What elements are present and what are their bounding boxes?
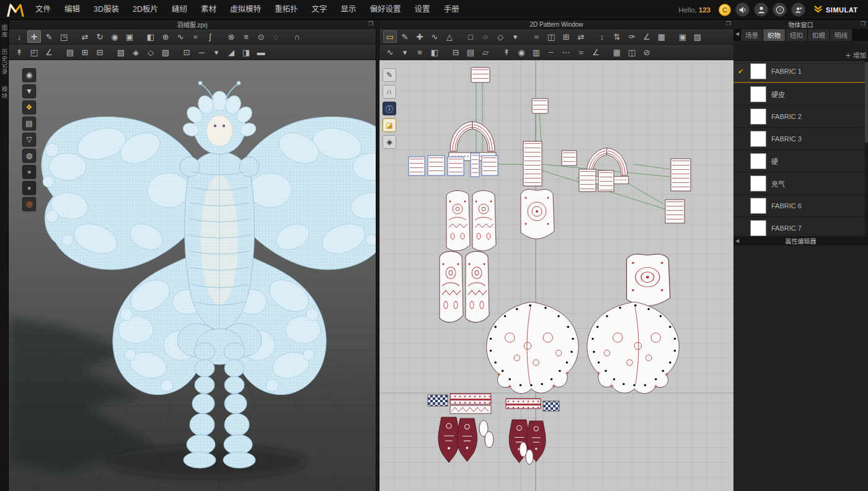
tape-attach-icon[interactable]: ▤ [63, 46, 77, 58]
add-fabric-button[interactable]: ＋ 增加 [733, 50, 868, 61]
scrollbar-thumb[interactable] [865, 62, 868, 143]
undock-icon[interactable]: ❐ [861, 20, 866, 27]
fabric-swatch[interactable] [750, 153, 766, 169]
transform-pattern-icon[interactable]: ▭ [383, 30, 397, 43]
bonding-icon[interactable]: ⊟ [449, 46, 463, 58]
simulate-button[interactable]: SIMULAT [813, 4, 868, 15]
curve-edit-icon[interactable]: ∿ [428, 30, 441, 43]
account-icon[interactable] [754, 2, 768, 17]
tab-button[interactable]: 纽扣 [786, 29, 807, 41]
solidify-icon[interactable]: ▧ [114, 46, 128, 58]
show-3d-pattern-icon[interactable]: ▣ [676, 30, 689, 43]
flip-icon[interactable]: ⇄ [78, 30, 92, 43]
grainline-icon[interactable]: ↕ [595, 30, 609, 43]
edit-sewing-icon[interactable]: ∿ [174, 30, 187, 43]
menu-item[interactable]: 缝纫 [165, 0, 194, 19]
steam-tool-icon[interactable]: ≡ [413, 46, 427, 58]
pin-arrange-icon[interactable]: ⊞ [78, 46, 92, 58]
measure-2d-icon[interactable]: ∠ [640, 30, 653, 43]
zipper-icon[interactable]: ≡ [239, 30, 253, 43]
rotate-icon[interactable]: ↻ [93, 30, 107, 43]
viewport-2d[interactable]: ✎∩ⓘ◪◈ [379, 60, 733, 491]
collapse-icon[interactable]: ◀ [735, 31, 739, 37]
fold-arrange-icon[interactable]: ◧ [144, 30, 157, 43]
lock-pattern-icon[interactable]: ⊘ [640, 46, 653, 58]
show-garment-icon[interactable]: ▼ [22, 84, 36, 98]
window-2d-titlebar[interactable]: 2D Pattern Window ❐ [379, 20, 733, 29]
buttonhole-icon[interactable]: ◌ [269, 30, 283, 43]
layers-icon[interactable]: ◫ [625, 46, 639, 58]
fabric-row-fabric-3[interactable]: FABRIC 3 [733, 128, 868, 150]
show-sewing-icon[interactable]: ∿ [383, 46, 397, 58]
menu-item[interactable]: 文字 [305, 0, 334, 19]
rect-tool-icon[interactable]: □ [464, 30, 477, 43]
dart-3d-icon[interactable]: ▾ [210, 46, 223, 58]
fabric-row-yingpi[interactable]: 硬皮 [733, 83, 868, 105]
morph-icon[interactable]: ◈ [129, 46, 143, 58]
fabric-swatch[interactable] [750, 63, 766, 79]
menu-item[interactable]: 3D服装 [87, 0, 126, 19]
tape-2d-icon[interactable]: ▥ [529, 46, 543, 58]
invite-icon[interactable] [791, 2, 805, 17]
tack-on-avatar-icon[interactable]: ⊕ [159, 30, 172, 43]
add-point-icon[interactable]: ✚ [413, 30, 427, 43]
edit-pattern-icon[interactable]: ✎ [398, 30, 412, 43]
baseline-icon[interactable]: ╌ [544, 46, 558, 58]
viewport-3d[interactable]: ◉▼❖▤▽◍●●◎ [9, 60, 376, 491]
annotation-icon[interactable]: ✑ [625, 30, 639, 43]
fabric-row-fabric-1[interactable]: ✔ FABRIC 1 [733, 61, 868, 83]
menu-item[interactable]: 显示 [334, 0, 363, 19]
shrinkage-icon[interactable]: ◧ [428, 46, 441, 58]
segment-sewing-icon[interactable]: ≈ [188, 30, 202, 43]
stitch-display-icon[interactable]: ◇ [144, 46, 157, 58]
magnet-icon[interactable]: ∩ [383, 85, 396, 99]
grading-icon[interactable]: ◢ [224, 46, 238, 58]
menu-item[interactable]: 手册 [437, 0, 466, 19]
walk-2d-icon[interactable]: ↟ [500, 46, 513, 58]
knife-icon[interactable]: ✎ [42, 30, 56, 43]
coin-icon[interactable]: C [719, 4, 731, 16]
pose-editor-icon[interactable]: ◰ [27, 46, 41, 58]
rail-tab[interactable]: 图库 [0, 25, 9, 38]
notch-tool-icon[interactable]: ▾ [508, 30, 522, 43]
fabric-grain-icon[interactable]: ⇅ [610, 30, 624, 43]
property-editor-titlebar[interactable]: ◀ 属性编辑器 [733, 236, 868, 246]
safe-lock-icon[interactable]: ◈ [383, 135, 396, 149]
fabric-swatch[interactable] [750, 86, 766, 102]
circle-tool-icon[interactable]: ○ [479, 30, 492, 43]
tab-fabric[interactable]: 织物 [763, 29, 785, 41]
avatar-a-icon[interactable]: ● [22, 165, 36, 179]
scale-pattern-icon[interactable]: ◳ [57, 30, 71, 43]
texture-folder-icon[interactable]: ◪ [383, 118, 396, 132]
detach-sewing-icon[interactable]: ⊗ [224, 30, 238, 43]
texture-editor-icon[interactable]: ▨ [691, 30, 704, 43]
menu-item[interactable]: 偏好设置 [363, 0, 408, 19]
show-furniture-icon[interactable]: ▤ [22, 117, 36, 130]
fabric-swatch[interactable] [750, 131, 766, 147]
rail-tab[interactable]: 历史记录 [0, 49, 9, 75]
fabric-swatch[interactable] [750, 108, 766, 125]
gravity-drop-icon[interactable]: ↓ [12, 30, 26, 43]
undock-icon[interactable]: ❐ [726, 20, 731, 27]
render-mode-icon[interactable]: ◨ [239, 46, 253, 58]
wave-seam-icon[interactable]: ≈ [574, 46, 588, 58]
line-tool-icon[interactable]: ─ [195, 46, 208, 58]
clone-pattern-icon[interactable]: ⊞ [559, 30, 573, 43]
tab-scene[interactable]: 场景 [741, 29, 763, 41]
window-3d-titlebar[interactable]: 羽绒服.zprj ❐ [9, 20, 376, 29]
menu-item[interactable]: 设置 [408, 0, 437, 19]
walk-mode-icon[interactable]: ↟ [12, 46, 26, 58]
menu-item[interactable]: 虚拟模特 [223, 0, 268, 19]
texture-paint-icon[interactable]: ▨ [159, 46, 172, 58]
info-icon[interactable]: ⓘ [383, 102, 396, 115]
fabric-scrollbar[interactable] [865, 61, 868, 236]
fabric-row-chongqi[interactable]: 充气 [733, 172, 868, 195]
mannequin-icon[interactable]: ◍ [22, 149, 36, 162]
avatar-b-icon[interactable]: ● [22, 181, 36, 195]
flatten-icon[interactable]: ▱ [479, 46, 492, 58]
board-arrange-icon[interactable]: ⊟ [93, 46, 107, 58]
pleats-icon[interactable]: ▤ [464, 46, 477, 58]
app-logo-icon[interactable] [5, 2, 26, 17]
render-style-icon[interactable]: ◉ [22, 68, 36, 82]
globe-icon[interactable]: ◎ [22, 197, 36, 211]
